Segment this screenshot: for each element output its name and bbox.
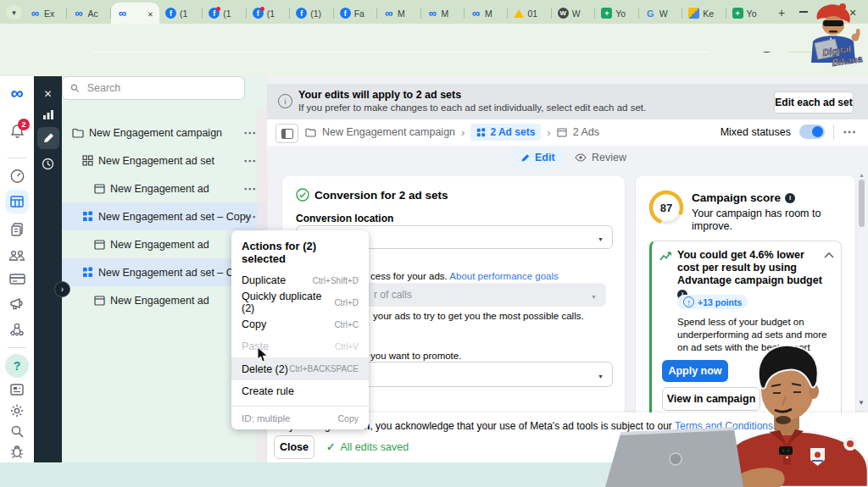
pages-docs-icon[interactable] — [0, 222, 34, 237]
close-x-icon[interactable]: ✕ — [34, 88, 62, 100]
browser-tab[interactable]: (1 — [203, 3, 246, 24]
mic-dot — [782, 450, 784, 451]
meta-logo-icon[interactable]: ∞ — [0, 83, 34, 103]
eye-icon — [575, 153, 587, 162]
billing-card-icon[interactable] — [0, 273, 34, 285]
browser-tab[interactable]: Ac — [67, 3, 110, 24]
menu-id-row[interactable]: ID: multipleCopy — [231, 406, 369, 429]
charts-bars-icon[interactable] — [34, 108, 62, 120]
ad-frame-icon — [94, 184, 105, 194]
menu-item-label: Create rule — [242, 385, 294, 397]
history-clock-icon[interactable] — [34, 158, 62, 170]
scrollbar-thumb[interactable] — [859, 180, 865, 227]
info-icon[interactable] — [785, 193, 795, 203]
tree-row-label: New Engagement ad — [110, 183, 209, 195]
menu-id-copy[interactable]: Copy — [337, 413, 359, 423]
meta-favicon — [427, 8, 438, 19]
browser-tab[interactable]: M — [421, 3, 465, 24]
assets-org-icon[interactable] — [0, 322, 34, 337]
facebook-favicon — [253, 8, 264, 19]
breadcrumb-adsets-active[interactable]: 2 Ad sets — [470, 124, 541, 141]
tree-row-label: New Engagement ad set – Copy — [98, 211, 251, 223]
help-question-icon[interactable]: ? — [5, 354, 29, 378]
menu-item-label: Duplicate — [242, 274, 286, 286]
menu-item-copy[interactable]: CopyCtrl+C — [231, 313, 369, 335]
menu-item-create-rule[interactable]: Create rule — [231, 380, 369, 402]
meta-favicon — [470, 8, 481, 19]
breadcrumb-campaign[interactable]: New Engagement campaign — [322, 126, 455, 138]
browser-tab[interactable]: 01 — [508, 3, 551, 24]
row-options-icon[interactable] — [243, 181, 257, 196]
menu-shortcut: Ctrl+D — [334, 298, 359, 307]
search-magnifier-icon[interactable] — [0, 424, 34, 439]
account-overview-gauge-icon[interactable] — [0, 168, 34, 184]
chevron-right-icon — [461, 125, 465, 140]
facebook-favicon — [209, 8, 220, 19]
goal-description: your ads to try to get you the most poss… — [373, 311, 584, 321]
new-tab-button[interactable]: + — [773, 4, 790, 21]
browser-tab[interactable]: (1 — [159, 3, 203, 24]
browser-tab[interactable]: (1) — [290, 3, 333, 24]
audiences-people-icon[interactable] — [0, 249, 34, 263]
campaigns-table-icon-active[interactable] — [5, 190, 29, 213]
score-title: Campaign score — [692, 191, 781, 204]
chevron-up-icon[interactable] — [824, 252, 834, 258]
browser-tab[interactable]: Fa — [334, 3, 377, 24]
row-options-icon[interactable] — [243, 209, 257, 224]
breadcrumb-right: Mixed statuses — [721, 124, 856, 140]
tree-row-adset[interactable]: New Engagement ad set — [62, 147, 267, 174]
row-options-icon[interactable] — [243, 125, 257, 141]
browser-tab[interactable]: M — [377, 3, 420, 24]
advertise-megaphone-icon[interactable] — [0, 296, 34, 311]
news-doc-icon[interactable] — [0, 383, 34, 396]
browser-tab[interactable]: Yo — [726, 3, 770, 24]
settings-gear-icon[interactable] — [0, 403, 34, 418]
tab-close-icon[interactable] — [147, 8, 153, 19]
scroll-up-icon[interactable]: ▲ — [859, 172, 865, 178]
sticker-mustache — [829, 30, 837, 32]
tree-row-ad[interactable]: New Engagement ad — [62, 174, 267, 202]
browser-tab[interactable]: (1 — [247, 3, 290, 24]
tree-row-adset-copy-selected[interactable]: New Engagement ad set – Copy — [62, 202, 267, 230]
meta-favicon — [73, 8, 84, 19]
about-performance-goals-link[interactable]: About performance goals — [449, 271, 559, 281]
tree-row-campaign[interactable]: New Engagement campaign — [62, 119, 267, 147]
breadcrumb-ads[interactable]: 2 Ads — [573, 126, 599, 138]
statuses-toggle-on[interactable] — [799, 125, 825, 139]
menu-item-duplicate[interactable]: DuplicateCtrl+Shift+D — [231, 269, 369, 291]
ad-frame-icon — [94, 296, 105, 306]
menu-item-delete-hovered[interactable]: Delete (2)Ctrl+BACKSPACE — [231, 357, 369, 380]
green-sheet-favicon — [732, 8, 743, 19]
browser-tab[interactable]: W — [639, 3, 682, 24]
tab-label: W — [572, 8, 589, 19]
browser-tab[interactable]: Yo — [595, 3, 638, 24]
browser-tab[interactable]: Ke — [682, 3, 726, 24]
edit-pencil-icon-active[interactable] — [37, 127, 59, 149]
menu-item-quickly-duplicate[interactable]: Quickly duplicate (2)Ctrl+D — [231, 291, 369, 313]
tab-edit-active[interactable]: Edit — [510, 148, 565, 167]
tab-review[interactable]: Review — [568, 148, 633, 167]
collapse-panel-button[interactable] — [275, 124, 298, 143]
perf-text: cess for your ads. — [370, 271, 449, 281]
menu-item-paste-disabled: PasteCtrl+V — [231, 335, 369, 357]
row-options-icon[interactable] — [243, 153, 257, 169]
browser-tab[interactable]: Ex — [24, 3, 67, 24]
sidebar-divider — [8, 158, 26, 158]
browser-tab[interactable]: M — [465, 3, 508, 24]
expand-panel-arrow-icon[interactable]: › — [54, 281, 70, 297]
browser-tab-active[interactable] — [111, 3, 159, 24]
more-options-icon[interactable] — [843, 124, 856, 140]
mic-dot — [787, 450, 789, 451]
browser-tab[interactable]: W — [552, 3, 595, 24]
tab-search-chevron-icon[interactable]: ▾ — [6, 5, 22, 19]
menu-shortcut: Ctrl+BACKSPACE — [289, 364, 359, 374]
report-bug-icon[interactable] — [0, 444, 34, 459]
trend-zigzag-icon — [659, 251, 673, 262]
tree-search[interactable] — [62, 76, 245, 100]
close-button[interactable]: Close — [274, 435, 314, 459]
edit-each-ad-set-button[interactable]: Edit each ad set — [774, 91, 854, 113]
tab-label: (1 — [267, 8, 284, 19]
banner-subtitle: If you prefer to make changes to each ad… — [298, 102, 646, 113]
channel-sticker-overlay: Digital Bikana — [795, 0, 868, 71]
tree-search-input[interactable] — [86, 81, 236, 95]
